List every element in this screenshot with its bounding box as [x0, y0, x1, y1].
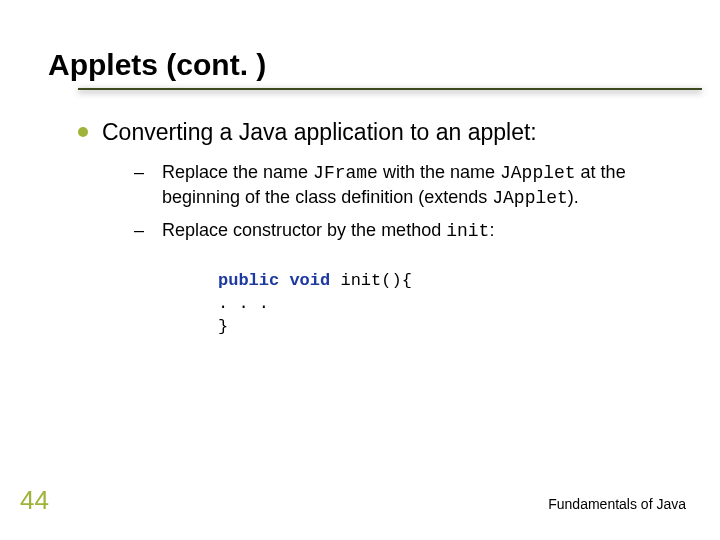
t: with the name	[378, 162, 500, 182]
slide-title: Applets (cont. )	[48, 48, 672, 82]
dash-icon: –	[134, 218, 144, 243]
keyword: public	[218, 271, 279, 290]
level1-text: Converting a Java application to an appl…	[102, 118, 537, 148]
bullet-level1: Converting a Java application to an appl…	[78, 118, 672, 148]
t: ).	[568, 187, 579, 207]
bullet-level2-item: – Replace constructor by the method init…	[134, 218, 664, 243]
code-inline: init	[446, 221, 489, 241]
code-line: }	[218, 316, 672, 339]
dash-icon: –	[134, 160, 144, 211]
code-inline: JApplet	[492, 188, 568, 208]
t: Replace the name	[162, 162, 313, 182]
keyword: void	[289, 271, 330, 290]
code-snippet: public void init(){ . . . }	[218, 270, 672, 339]
code-line: . . .	[218, 293, 672, 316]
code-text: init(){	[330, 271, 412, 290]
footer-text: Fundamentals of Java	[548, 496, 686, 512]
title-underline	[78, 88, 702, 90]
bullet-level2-item: – Replace the name JFrame with the name …	[134, 160, 664, 211]
level2-text-1: Replace the name JFrame with the name JA…	[162, 160, 664, 211]
bullet-dot-icon	[78, 127, 88, 137]
code-inline: JFrame	[313, 163, 378, 183]
t: Replace constructor by the method	[162, 220, 446, 240]
code-inline: JApplet	[500, 163, 576, 183]
t: :	[489, 220, 494, 240]
page-number: 44	[20, 485, 49, 516]
level2-text-2: Replace constructor by the method init:	[162, 218, 494, 243]
code-line: public void init(){	[218, 270, 672, 293]
